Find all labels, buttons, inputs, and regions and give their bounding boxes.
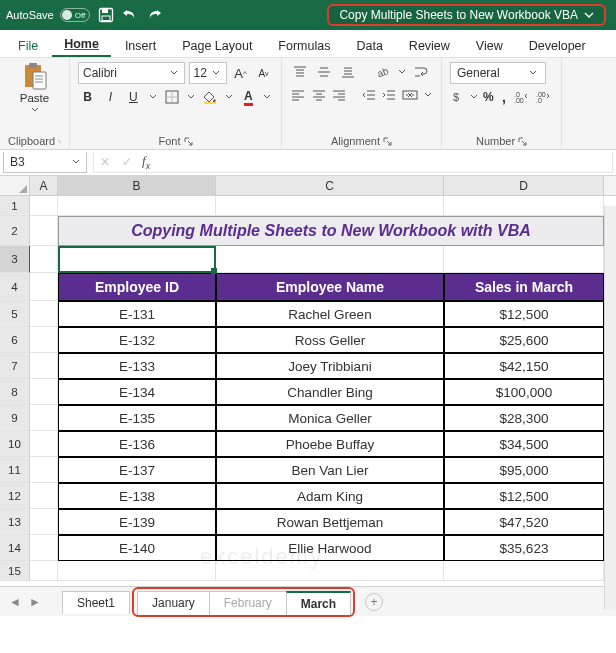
table-cell[interactable]: $95,000 — [444, 457, 604, 483]
table-cell[interactable]: Joey Tribbiani — [216, 353, 444, 379]
table-cell[interactable]: $12,500 — [444, 301, 604, 327]
cell[interactable] — [30, 273, 58, 301]
filename-display[interactable]: Copy Multiple Sheets to New Workbook VBA — [327, 4, 606, 26]
table-cell[interactable]: E-132 — [58, 327, 216, 353]
font-size-select[interactable]: 12 — [189, 62, 227, 84]
cell[interactable] — [30, 561, 58, 581]
cell[interactable] — [444, 196, 604, 216]
table-cell[interactable]: E-140 — [58, 535, 216, 561]
new-sheet-button[interactable]: + — [365, 593, 383, 611]
row-header[interactable]: 1 — [0, 196, 30, 216]
cell[interactable] — [30, 405, 58, 431]
wrap-text-icon[interactable] — [412, 62, 432, 82]
grow-font-icon[interactable]: A^ — [231, 63, 250, 83]
table-cell[interactable]: $42,150 — [444, 353, 604, 379]
bold-button[interactable]: B — [78, 87, 97, 107]
worksheet-grid[interactable]: A B C D 12Copying Multiple Sheets to New… — [0, 176, 616, 586]
table-cell[interactable]: E-135 — [58, 405, 216, 431]
cell[interactable] — [30, 216, 58, 246]
tab-developer[interactable]: Developer — [517, 33, 598, 57]
chevron-down-icon[interactable] — [423, 91, 433, 99]
formula-input-area[interactable]: ✕ ✓ fx — [93, 152, 613, 173]
redo-icon[interactable] — [146, 7, 162, 23]
align-center-icon[interactable] — [311, 85, 328, 105]
table-cell[interactable]: $25,600 — [444, 327, 604, 353]
italic-button[interactable]: I — [101, 87, 120, 107]
autosave-control[interactable]: AutoSave Off — [6, 8, 90, 22]
undo-icon[interactable] — [122, 7, 138, 23]
table-cell[interactable]: E-131 — [58, 301, 216, 327]
orientation-icon[interactable]: ab — [372, 62, 392, 82]
cell[interactable] — [30, 509, 58, 535]
table-header[interactable]: Sales in March — [444, 273, 604, 301]
table-cell[interactable]: E-134 — [58, 379, 216, 405]
tab-scroll-right-icon[interactable]: ► — [26, 593, 44, 611]
row-header[interactable]: 13 — [0, 509, 30, 535]
row-header[interactable]: 15 — [0, 561, 30, 581]
row-header[interactable]: 5 — [0, 301, 30, 327]
cell-selected[interactable] — [58, 246, 216, 273]
select-all-corner[interactable] — [0, 176, 30, 195]
row-header[interactable]: 12 — [0, 483, 30, 509]
cell[interactable] — [30, 535, 58, 561]
cell[interactable] — [30, 431, 58, 457]
chevron-down-icon[interactable] — [470, 93, 478, 101]
row-header[interactable]: 9 — [0, 405, 30, 431]
cell[interactable] — [216, 561, 444, 581]
chevron-down-icon[interactable] — [185, 93, 196, 101]
vertical-scrollbar[interactable] — [604, 206, 616, 610]
tab-formulas[interactable]: Formulas — [266, 33, 342, 57]
increase-indent-icon[interactable] — [381, 85, 398, 105]
chevron-down-icon[interactable] — [396, 68, 408, 76]
decrease-indent-icon[interactable] — [360, 85, 377, 105]
row-header[interactable]: 8 — [0, 379, 30, 405]
tab-page-layout[interactable]: Page Layout — [170, 33, 264, 57]
tab-file[interactable]: File — [6, 33, 50, 57]
fill-color-button[interactable] — [201, 87, 220, 107]
cell[interactable] — [30, 379, 58, 405]
tab-review[interactable]: Review — [397, 33, 462, 57]
chevron-down-icon[interactable] — [262, 93, 273, 101]
table-cell[interactable]: E-138 — [58, 483, 216, 509]
col-header-c[interactable]: C — [216, 176, 444, 195]
cancel-formula-icon[interactable]: ✕ — [94, 155, 116, 169]
shrink-font-icon[interactable]: Av — [254, 63, 273, 83]
table-cell[interactable]: Rowan Bettjeman — [216, 509, 444, 535]
align-middle-icon[interactable] — [314, 62, 334, 82]
fx-icon[interactable]: fx — [138, 153, 154, 171]
cell[interactable] — [216, 196, 444, 216]
chevron-down-icon[interactable] — [147, 93, 158, 101]
dialog-launcher-icon[interactable] — [58, 137, 61, 146]
tab-insert[interactable]: Insert — [113, 33, 168, 57]
table-cell[interactable]: Ross Geller — [216, 327, 444, 353]
table-header[interactable]: Employee ID — [58, 273, 216, 301]
paste-button[interactable]: Paste — [8, 62, 61, 114]
table-header[interactable]: Employee Name — [216, 273, 444, 301]
tab-view[interactable]: View — [464, 33, 515, 57]
increase-decimal-icon[interactable]: .0.00 — [513, 87, 531, 107]
row-header[interactable]: 6 — [0, 327, 30, 353]
table-cell[interactable]: E-133 — [58, 353, 216, 379]
table-cell[interactable]: Chandler Bing — [216, 379, 444, 405]
tab-home[interactable]: Home — [52, 31, 111, 57]
table-cell[interactable]: $12,500 — [444, 483, 604, 509]
cell[interactable] — [30, 246, 58, 273]
accounting-format-icon[interactable]: $ — [450, 87, 466, 107]
autosave-toggle[interactable]: Off — [60, 8, 90, 22]
table-cell[interactable]: $35,623 — [444, 535, 604, 561]
table-cell[interactable]: Phoebe Buffay — [216, 431, 444, 457]
sheet-tab-january[interactable]: January — [137, 591, 210, 615]
table-cell[interactable]: E-136 — [58, 431, 216, 457]
row-header[interactable]: 10 — [0, 431, 30, 457]
percent-format-icon[interactable]: % — [482, 87, 495, 107]
tab-scroll-left-icon[interactable]: ◄ — [6, 593, 24, 611]
underline-button[interactable]: U — [124, 87, 143, 107]
col-header-d[interactable]: D — [444, 176, 604, 195]
row-header[interactable]: 14 — [0, 535, 30, 561]
row-header[interactable]: 4 — [0, 273, 30, 301]
table-cell[interactable]: Ben Van Lier — [216, 457, 444, 483]
sheet-tab-february[interactable]: February — [209, 591, 287, 615]
cell[interactable] — [30, 196, 58, 216]
font-name-select[interactable]: Calibri — [78, 62, 185, 84]
sheet-tab-sheet1[interactable]: Sheet1 — [62, 591, 130, 614]
